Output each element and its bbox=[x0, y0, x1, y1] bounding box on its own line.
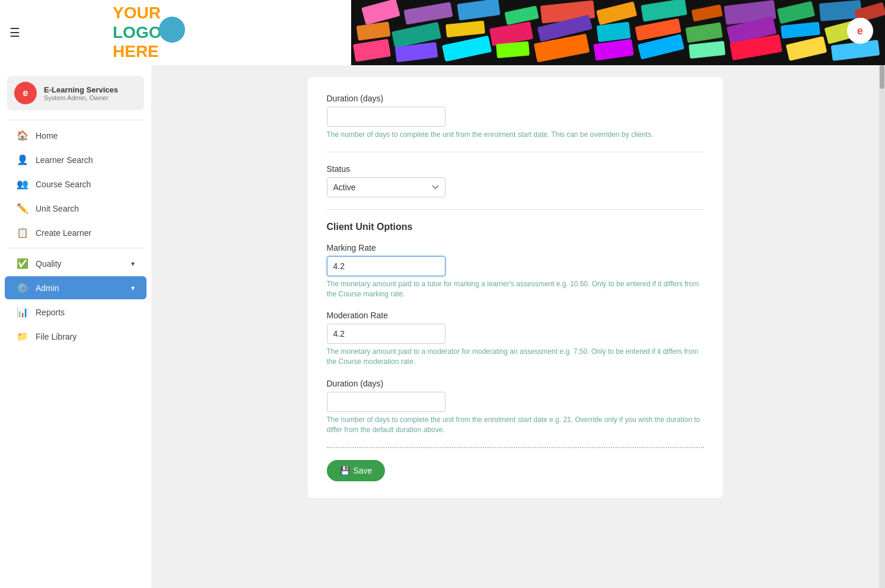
sidebar-item-label: Reports bbox=[36, 308, 65, 317]
user-avatar: e bbox=[14, 82, 37, 104]
learner-icon: 👤 bbox=[17, 154, 28, 165]
sidebar-item-reports[interactable]: 📊 Reports bbox=[5, 301, 147, 324]
sidebar-item-create-learner[interactable]: 📋 Create Learner bbox=[5, 221, 147, 244]
sidebar-item-quality[interactable]: ✅ Quality ▾ bbox=[5, 252, 147, 275]
sidebar-item-label: Home bbox=[36, 131, 58, 140]
user-card: e E-Learning Services System Admin, Owne… bbox=[7, 76, 144, 110]
top-avatar[interactable]: e bbox=[847, 18, 873, 44]
quality-icon: ✅ bbox=[17, 258, 28, 269]
status-section: Status Active Inactive Draft bbox=[327, 164, 704, 197]
file-library-icon: 📁 bbox=[17, 331, 28, 342]
user-name: E-Learning Services bbox=[44, 85, 118, 94]
course-icon: 👥 bbox=[17, 178, 28, 190]
sidebar-item-admin[interactable]: ⚙️ Admin ▾ bbox=[5, 276, 147, 299]
logo-here: HERE bbox=[113, 42, 159, 60]
content-area: Duration (days) The number of days to co… bbox=[151, 65, 879, 588]
sidebar-item-course-search[interactable]: 👥 Course Search bbox=[5, 172, 147, 196]
logo-area: YOUR LOGO HERE bbox=[30, 4, 185, 61]
unit-icon: ✏️ bbox=[17, 203, 28, 214]
home-icon: 🏠 bbox=[17, 130, 28, 141]
sidebar-item-label: Admin bbox=[36, 283, 59, 293]
save-label: Save bbox=[354, 466, 373, 475]
logo-logo: LOGO bbox=[113, 24, 161, 42]
dotted-divider bbox=[327, 447, 704, 448]
scrollbar-track[interactable] bbox=[879, 65, 885, 588]
client-unit-options-section: Client Unit Options Marking Rate The mon… bbox=[327, 222, 704, 435]
status-label: Status bbox=[327, 164, 704, 174]
client-unit-options-title: Client Unit Options bbox=[327, 222, 704, 232]
save-button[interactable]: 💾 Save bbox=[327, 460, 386, 481]
nav-divider-2 bbox=[7, 248, 144, 248]
sidebar: e E-Learning Services System Admin, Owne… bbox=[0, 65, 151, 588]
hamburger-menu[interactable]: ☰ bbox=[0, 20, 30, 46]
form-card: Duration (days) The number of days to co… bbox=[308, 77, 723, 498]
admin-arrow: ▾ bbox=[131, 284, 135, 292]
logo-circle bbox=[159, 17, 185, 43]
sidebar-item-learner-search[interactable]: 👤 Learner Search bbox=[5, 148, 147, 171]
save-icon: 💾 bbox=[340, 466, 350, 475]
duration-client-input[interactable] bbox=[327, 392, 445, 412]
main-layout: e E-Learning Services System Admin, Owne… bbox=[0, 65, 885, 588]
top-header: ☰ YOUR LOGO HERE bbox=[0, 0, 885, 65]
reports-icon: 📊 bbox=[17, 306, 28, 318]
sidebar-item-file-library[interactable]: 📁 File Library bbox=[5, 325, 147, 348]
sidebar-item-label: Learner Search bbox=[36, 155, 93, 165]
marking-rate-input[interactable] bbox=[327, 256, 445, 276]
user-role: System Admin, Owner bbox=[44, 94, 118, 101]
scrollbar-thumb[interactable] bbox=[880, 65, 884, 89]
logo-your: YOUR bbox=[113, 4, 161, 22]
sidebar-item-unit-search[interactable]: ✏️ Unit Search bbox=[5, 197, 147, 220]
section-divider-2 bbox=[327, 209, 704, 210]
status-select[interactable]: Active Inactive Draft bbox=[327, 177, 445, 197]
sidebar-item-home[interactable]: 🏠 Home bbox=[5, 124, 147, 147]
duration-top-hint: The number of days to complete the unit … bbox=[327, 130, 704, 140]
quality-arrow: ▾ bbox=[131, 260, 135, 268]
duration-client-section: Duration (days) The number of days to co… bbox=[327, 379, 704, 435]
marking-rate-hint: The monetary amount paid to a tutor for … bbox=[327, 279, 704, 299]
sidebar-item-label: Unit Search bbox=[36, 204, 79, 213]
marking-rate-section: Marking Rate The monetary amount paid to… bbox=[327, 243, 704, 299]
admin-icon: ⚙️ bbox=[17, 282, 28, 293]
moderation-rate-hint: The monetary amount paid to a moderator … bbox=[327, 347, 704, 367]
moderation-rate-label: Moderation Rate bbox=[327, 311, 704, 320]
sidebar-item-label: Quality bbox=[36, 259, 62, 269]
duration-top-input[interactable] bbox=[327, 107, 445, 127]
section-divider-1 bbox=[327, 152, 704, 152]
sidebar-item-label: Course Search bbox=[36, 180, 91, 189]
sidebar-item-label: File Library bbox=[36, 332, 77, 341]
moderation-rate-input[interactable] bbox=[327, 324, 445, 344]
duration-top-label: Duration (days) bbox=[327, 94, 704, 103]
create-learner-icon: 📋 bbox=[17, 227, 28, 238]
duration-top-section: Duration (days) The number of days to co… bbox=[327, 94, 704, 140]
moderation-rate-section: Moderation Rate The monetary amount paid… bbox=[327, 311, 704, 367]
user-info: E-Learning Services System Admin, Owner bbox=[44, 85, 118, 101]
marking-rate-label: Marking Rate bbox=[327, 243, 704, 253]
header-graphic bbox=[351, 0, 885, 65]
sidebar-item-label: Create Learner bbox=[36, 228, 91, 238]
duration-client-label: Duration (days) bbox=[327, 379, 704, 388]
svg-rect-27 bbox=[496, 41, 530, 59]
nav-divider bbox=[7, 120, 144, 120]
duration-client-hint: The number of days to complete the unit … bbox=[327, 415, 704, 435]
